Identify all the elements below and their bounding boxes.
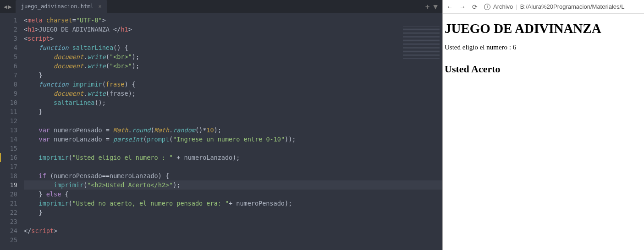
- nav-right-icon[interactable]: ▶: [8, 3, 12, 10]
- code-line[interactable]: [24, 144, 442, 153]
- close-icon[interactable]: ×: [99, 3, 102, 10]
- line-number: 18: [0, 171, 17, 180]
- forward-icon[interactable]: →: [459, 3, 466, 11]
- code-line[interactable]: imprimir("<h2>Usted Acerto</h2>");: [24, 180, 442, 190]
- code-line[interactable]: [24, 116, 442, 125]
- code-line[interactable]: }: [24, 208, 442, 217]
- page-heading: JUEGO DE ADIVINANZA: [445, 21, 642, 36]
- tab-menu-icon[interactable]: ▼: [433, 2, 438, 11]
- line-number: 1: [0, 16, 17, 25]
- new-tab-icon[interactable]: +: [425, 2, 430, 11]
- line-number: 22: [0, 208, 17, 217]
- line-number: 17: [0, 162, 17, 171]
- nav-left-icon[interactable]: ◀: [4, 3, 7, 10]
- back-icon[interactable]: ←: [446, 3, 453, 11]
- code-content[interactable]: <meta charset="UTF-8"><h1>JUEGO DE ADIVI…: [24, 13, 442, 250]
- reload-icon[interactable]: ⟳: [472, 3, 478, 11]
- line-number: 23: [0, 217, 17, 226]
- code-line[interactable]: <h1>JUEGO DE ADIVINANZA </h1>: [24, 25, 442, 34]
- code-line[interactable]: [24, 162, 442, 171]
- line-number: 12: [0, 116, 17, 125]
- line-number: 9: [0, 89, 17, 98]
- editor-pane: ◀ ▶ juego_adivinacion.html × + ▼ 1234567…: [0, 0, 442, 250]
- page-result: Usted Acerto: [445, 63, 642, 75]
- line-number: 21: [0, 199, 17, 208]
- code-line[interactable]: function imprimir(frase) {: [24, 80, 442, 89]
- code-line[interactable]: document.write("<br>");: [24, 61, 442, 71]
- code-line[interactable]: } else {: [24, 190, 442, 199]
- code-line[interactable]: imprimir("Usted no acerto, el numero pen…: [24, 199, 442, 208]
- line-number: 16: [0, 153, 17, 162]
- code-line[interactable]: document.write("<br>");: [24, 52, 442, 61]
- line-number: 8: [0, 80, 17, 89]
- code-line[interactable]: }: [24, 107, 442, 116]
- code-line[interactable]: document.write(frase);: [24, 89, 442, 98]
- browser-toolbar: ← → ⟳ i Archivo | B:/Alura%20Programacio…: [443, 0, 644, 14]
- code-line[interactable]: }: [24, 71, 442, 80]
- url-bar[interactable]: i Archivo | B:/Alura%20Programacion/Mate…: [484, 3, 624, 10]
- info-icon[interactable]: i: [484, 4, 490, 10]
- file-tab[interactable]: juego_adivinacion.html ×: [16, 0, 107, 13]
- line-number: 4: [0, 43, 17, 52]
- url-separator: |: [516, 3, 517, 10]
- code-line[interactable]: [24, 235, 442, 245]
- line-number: 15: [0, 144, 17, 153]
- url-scheme: Archivo: [493, 3, 513, 10]
- line-number: 11: [0, 107, 17, 116]
- code-line[interactable]: <meta charset="UTF-8">: [24, 16, 442, 25]
- line-number: 24: [0, 226, 17, 235]
- code-line[interactable]: </script>: [24, 226, 442, 235]
- code-line[interactable]: var numeroPensado = Math.round(Math.rand…: [24, 125, 442, 135]
- line-number: 6: [0, 61, 17, 71]
- line-number: 10: [0, 98, 17, 107]
- code-line[interactable]: if (numeroPensado==numeroLanzado) {: [24, 171, 442, 180]
- browser-pane: ← → ⟳ i Archivo | B:/Alura%20Programacio…: [442, 0, 644, 250]
- line-number: 2: [0, 25, 17, 34]
- tab-nav-arrows: ◀ ▶: [4, 3, 12, 10]
- line-number: 25: [0, 235, 17, 245]
- line-number: 7: [0, 71, 17, 80]
- minimap[interactable]: [403, 27, 440, 59]
- code-area[interactable]: 1234567891011121314151617181920212223242…: [0, 13, 442, 250]
- line-number: 14: [0, 135, 17, 144]
- line-number: 19: [0, 180, 17, 190]
- browser-content: JUEGO DE ADIVINANZA Usted eligio el nume…: [443, 14, 644, 80]
- url-path: B:/Alura%20Programacion/Materiales/L: [520, 3, 625, 10]
- line-number: 3: [0, 34, 17, 43]
- code-line[interactable]: <script>: [24, 34, 442, 43]
- line-number: 5: [0, 52, 17, 61]
- line-gutter: 1234567891011121314151617181920212223242…: [0, 13, 24, 250]
- line-number: 13: [0, 125, 17, 135]
- code-line[interactable]: [24, 217, 442, 226]
- code-line[interactable]: imprimir("Usted eligio el numero : " + n…: [24, 153, 442, 162]
- code-line[interactable]: var numeroLanzado = parseInt(prompt("Ing…: [24, 135, 442, 144]
- line-number: 20: [0, 190, 17, 199]
- code-line[interactable]: saltarLinea();: [24, 98, 442, 107]
- tab-filename: juego_adivinacion.html: [21, 3, 94, 10]
- page-message: Usted eligio el numero : 6: [445, 43, 642, 51]
- tab-bar: ◀ ▶ juego_adivinacion.html × + ▼: [0, 0, 442, 13]
- code-line[interactable]: function saltarLinea() {: [24, 43, 442, 52]
